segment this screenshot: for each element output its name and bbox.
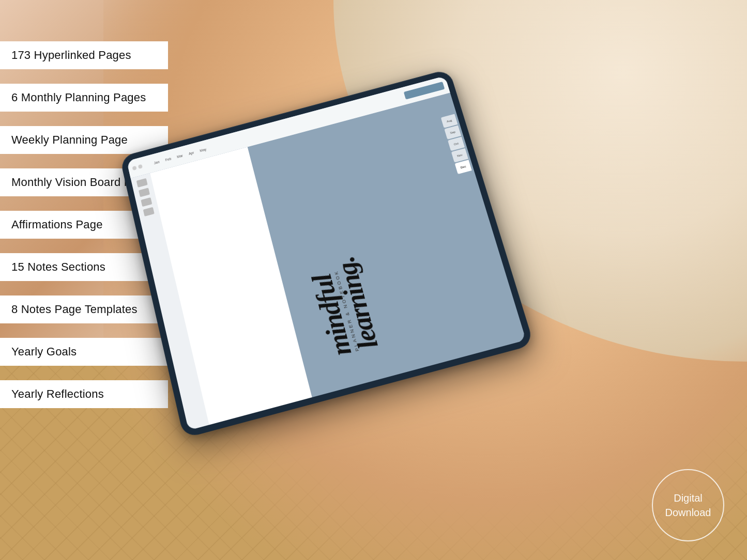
month-jan: Jan [154, 160, 160, 164]
month-may: May [200, 147, 207, 152]
badge-line1: Digital [674, 492, 703, 504]
toolbar-dot-1 [132, 166, 137, 170]
month-mar: Mar [176, 153, 183, 158]
tab-dec: Dec [455, 160, 472, 174]
app-icon-4 [143, 207, 155, 216]
feature-label-monthly-planning: 6 Monthly Planning Pages [0, 84, 168, 112]
app-icon-3 [141, 197, 152, 207]
feature-label-yearly-reflections: Yearly Reflections [0, 380, 168, 408]
badge-text: Digital Download [665, 491, 711, 520]
feature-label-notes-templates: 8 Notes Page Templates [0, 295, 168, 323]
app-icon-2 [139, 188, 150, 197]
feature-label-yearly-goals: Yearly Goals [0, 338, 168, 366]
feature-label-weekly-planning: Weekly Planning Page [0, 126, 168, 154]
toolbar-dot-2 [138, 164, 143, 169]
month-apr: Apr [188, 150, 194, 155]
month-feb: Feb [165, 157, 172, 161]
app-icon-1 [136, 178, 148, 188]
feature-label-hyperlinked-pages: 173 Hyperlinked Pages [0, 41, 168, 69]
badge-line2: Download [665, 507, 711, 518]
digital-download-badge: Digital Download [652, 469, 724, 541]
